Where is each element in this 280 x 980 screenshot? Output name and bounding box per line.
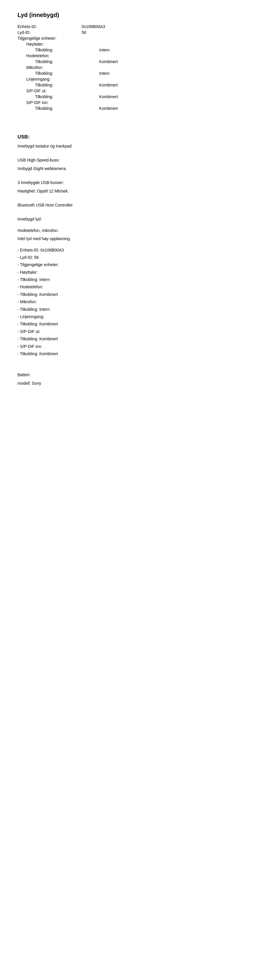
spacer-2 xyxy=(17,151,263,157)
mikrofon-label: Mikrofon: xyxy=(26,65,90,70)
detail-list-item-14: - Tilkobling: Kombinert xyxy=(17,350,263,357)
detail-list-item-6: - Tilkobling: Kombinert xyxy=(17,291,263,298)
field-tilgjengelige: Tilgjengelige enheter: xyxy=(17,36,263,41)
linjeinngang-label: Linjeinngang: xyxy=(26,77,90,81)
field-spdif-inn: S/P-DIF inn: xyxy=(26,100,263,105)
lyd-id-label: Lyd-ID: xyxy=(17,30,82,35)
audio-fields-block: Enhets-ID: 0x106B00A3 Lyd-ID: 56 Tilgjen… xyxy=(17,24,263,111)
detail-list-item-10: - Tilkobling: Kombinert xyxy=(17,321,263,327)
field-tilkobling-kombinert-1: Tilkobling: Kombinert xyxy=(35,59,263,64)
spacer-5 xyxy=(17,210,263,216)
spacer-7 xyxy=(17,244,263,247)
detail-list-item-12: - Tilkobling: Kombinert xyxy=(17,336,263,342)
detail-list-item-1: - Lyd-ID: 56 xyxy=(17,254,263,261)
tilkobling-label-1: Tilkobling: xyxy=(35,48,99,52)
field-tilkobling-intern-1: Tilkobling: Intern xyxy=(35,48,263,52)
detail-list-item-11: - S/P-DIF ut: xyxy=(17,328,263,335)
detail-list-item-7: - Mikrofon: xyxy=(17,299,263,305)
page-content: Lyd (innebygd) Enhets-ID: 0x106B00A3 Lyd… xyxy=(17,12,263,387)
tilkobling-value-5: Kombinert xyxy=(99,94,118,99)
tilkobling-label-4: Tilkobling: xyxy=(35,83,99,88)
tilkobling-label-6: Tilkobling: xyxy=(35,106,99,111)
detail-list-item-5: - Hodetelefon: xyxy=(17,284,263,290)
field-mikrofon: Mikrofon: xyxy=(26,65,263,70)
tilkobling-value-4: Kombinert xyxy=(99,83,118,88)
enhets-id-label: Enhets-ID: xyxy=(17,24,82,29)
field-tilkobling-kombinert-2: Tilkobling: Kombinert xyxy=(35,83,263,88)
tilkobling-value-6: Kombinert xyxy=(99,106,118,111)
battery-model-label: modell: xyxy=(17,381,31,386)
hoyttaler-label: Høyttaler: xyxy=(26,42,90,46)
detail-list-item-13: - S/P-DIF inn: xyxy=(17,343,263,350)
detail-list-item-4: - Tilkobling: Intern xyxy=(17,276,263,283)
tilgjengelige-label: Tilgjengelige enheter: xyxy=(17,36,82,41)
tilkobling-label-3: Tilkobling: xyxy=(35,71,99,76)
field-linjeinngang: Linjeinngang: xyxy=(26,77,263,81)
usb-desc5: Hastighet: Opptil 12 Mb/sek. xyxy=(17,188,263,194)
tilkobling-value-3: Intern xyxy=(99,71,110,76)
field-tilkobling-intern-2: Tilkobling: Intern xyxy=(35,71,263,76)
tilkobling-value-1: Intern xyxy=(99,48,110,52)
detail-list-item-2: - Tilgjengelige enheter: xyxy=(17,261,263,268)
innebygd-lyd-item-1: Intel lyd med høy oppløsning. xyxy=(17,235,263,242)
detail-list-item-0: - Enhets-ID: 0x106B00A3 xyxy=(17,247,263,253)
spacer-4 xyxy=(17,196,263,202)
battery-title: Batteri: xyxy=(17,372,263,378)
tilkobling-label-5: Tilkobling: xyxy=(35,94,99,99)
tilkobling-value-2: Kombinert xyxy=(99,59,118,64)
usb-section-block: USB: Innebygd tastatur og trackpad. USB … xyxy=(17,134,263,357)
usb-title: USB: xyxy=(17,134,263,140)
spacer-6 xyxy=(17,224,263,227)
tilkobling-label-2: Tilkobling: xyxy=(35,59,99,64)
detail-list-item-9: - Linjeinngang: xyxy=(17,313,263,320)
enhets-id-value: 0x106B00A3 xyxy=(82,24,105,29)
spacer-3 xyxy=(17,173,263,179)
usb-desc4: 3 innebygde USB busser: xyxy=(17,179,263,186)
battery-model-value: Sony xyxy=(32,381,41,386)
audio-section-title: Lyd (innebygd) xyxy=(17,12,263,18)
innebygd-lyd-title: Innebygd lyd: xyxy=(17,216,263,222)
spdif-ut-label: S/P-DIF ut: xyxy=(26,89,90,93)
field-spdif-ut: S/P-DIF ut: xyxy=(26,89,263,93)
bluetooth-title: Bluetooth USB Host Controller xyxy=(17,202,263,208)
field-hodetelefon: Hodetelefon: xyxy=(26,54,263,58)
battery-section-block: Batteri: modell: Sony xyxy=(17,372,263,387)
hodetelefon-label: Hodetelefon: xyxy=(26,54,90,58)
field-tilkobling-kombinert-4: Tilkobling: Kombinert xyxy=(35,106,263,111)
innebygd-lyd-item-0: Hodetelefon, mikrofon. xyxy=(17,227,263,234)
battery-model-row: modell: Sony xyxy=(17,380,263,387)
field-enhets-id: Enhets-ID: 0x106B00A3 xyxy=(17,24,263,29)
spdif-inn-label: S/P-DIF inn: xyxy=(26,100,90,105)
usb-desc2: USB High-Speed-buss: xyxy=(17,157,263,163)
detail-list-item-3: - Høyttaler: xyxy=(17,269,263,275)
field-hoyttaler: Høyttaler: xyxy=(26,42,263,46)
field-tilkobling-kombinert-3: Tilkobling: Kombinert xyxy=(35,94,263,99)
usb-desc3: Innbygd iSight webkamera. xyxy=(17,165,263,172)
detail-list-item-8: - Tilkobling: Intern xyxy=(17,306,263,313)
spacer-8 xyxy=(17,366,263,372)
usb-desc1: Innebygd tastatur og trackpad. xyxy=(17,143,263,149)
lyd-id-value: 56 xyxy=(82,30,86,35)
field-lyd-id: Lyd-ID: 56 xyxy=(17,30,263,35)
spacer-1 xyxy=(17,119,263,125)
